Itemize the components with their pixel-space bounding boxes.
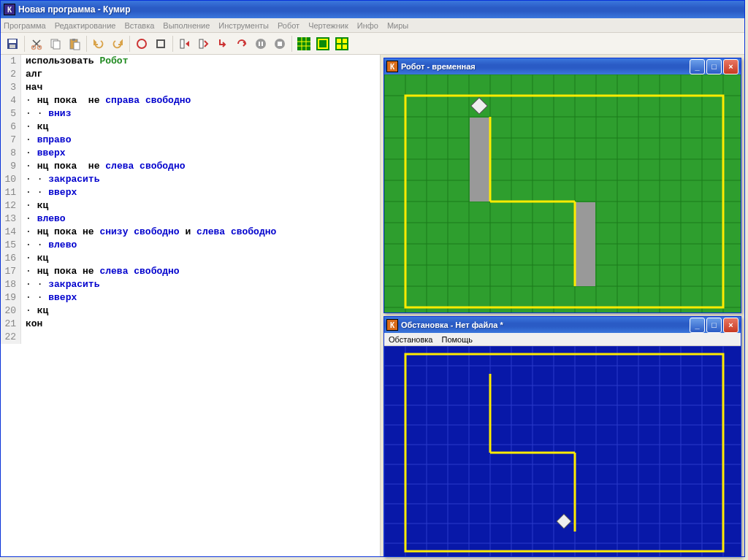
grid-green-2[interactable] — [314, 35, 332, 53]
line-content[interactable]: · · закрасить — [21, 278, 99, 291]
robot-field[interactable] — [384, 74, 741, 312]
line-content[interactable]: · нц пока не слева свободно — [21, 160, 186, 173]
step-over-button[interactable] — [233, 35, 251, 53]
line-content[interactable]: · кц — [21, 304, 48, 318]
line-content[interactable]: · нц пока не справа свободно — [21, 94, 191, 107]
menu-item[interactable]: Обстановка — [389, 335, 432, 344]
grid-green-1[interactable] — [295, 35, 313, 53]
minimize-button[interactable]: _ — [690, 59, 705, 74]
code-line[interactable]: 19· · вверх — [1, 291, 380, 304]
line-number: 7 — [1, 134, 21, 147]
code-line[interactable]: 18· · закрасить — [1, 278, 380, 291]
redo-button[interactable] — [109, 35, 126, 53]
pause-button[interactable] — [252, 35, 270, 53]
svg-rect-9 — [74, 42, 80, 50]
stop-button[interactable] — [271, 35, 289, 53]
line-number: 4 — [1, 94, 21, 107]
cut-button[interactable] — [28, 35, 45, 53]
line-number: 20 — [1, 304, 21, 318]
undo-button[interactable] — [90, 35, 107, 53]
code-line[interactable]: 13· влево — [1, 212, 380, 226]
environment-window[interactable]: К Обстановка - Нет файла * _ □ × Обстано… — [383, 316, 741, 557]
robot-titlebar[interactable]: К Робот - временная _ □ × — [384, 58, 741, 74]
close-button[interactable]: × — [723, 59, 739, 74]
maximize-button[interactable]: □ — [706, 318, 722, 333]
line-content[interactable]: · · вниз — [21, 107, 71, 120]
line-content[interactable] — [21, 331, 26, 344]
paste-button[interactable] — [66, 35, 83, 53]
svg-rect-23 — [337, 39, 341, 43]
robot-window[interactable]: К Робот - временная _ □ × — [383, 58, 741, 313]
menu-item[interactable]: Инфо — [357, 21, 378, 30]
menu-item[interactable]: Чертежник — [308, 21, 348, 30]
menu-item[interactable]: Робот — [278, 21, 299, 30]
code-line[interactable]: 16· кц — [1, 252, 380, 265]
line-content[interactable]: · · вверх — [21, 186, 77, 199]
svg-point-10 — [137, 39, 146, 48]
line-content[interactable]: · · влево — [21, 239, 77, 252]
code-line[interactable]: 10· · закрасить — [1, 173, 380, 186]
main-titlebar[interactable]: К Новая программа - Кумир — [1, 1, 744, 18]
menu-item[interactable]: Вставка — [124, 21, 154, 30]
env-field[interactable] — [384, 346, 741, 556]
menu-item[interactable]: Выполнение — [163, 21, 210, 30]
menu-item[interactable]: Редактирование — [55, 21, 116, 30]
line-content[interactable]: алг — [21, 68, 42, 81]
line-content[interactable]: · влево — [21, 212, 66, 226]
code-line[interactable]: 9· нц пока не слева свободно — [1, 160, 380, 173]
code-line[interactable]: 6· кц — [1, 120, 380, 134]
line-content[interactable]: · · закрасить — [21, 173, 99, 186]
code-line[interactable]: 11· · вверх — [1, 186, 380, 199]
minimize-button[interactable]: _ — [690, 318, 705, 333]
step-button[interactable] — [195, 35, 213, 53]
tool-1[interactable] — [133, 35, 150, 53]
step-into-button[interactable] — [214, 35, 232, 53]
code-line[interactable]: 15· · влево — [1, 239, 380, 252]
env-titlebar[interactable]: К Обстановка - Нет файла * _ □ × — [384, 317, 741, 333]
line-content[interactable]: · нц пока не снизу свободно и слева своб… — [21, 226, 276, 239]
line-number: 19 — [1, 291, 21, 304]
menu-item[interactable]: Инструменты — [218, 21, 269, 30]
svg-rect-24 — [343, 39, 347, 43]
code-line[interactable]: 5· · вниз — [1, 107, 380, 120]
code-line[interactable]: 8· вверх — [1, 147, 380, 160]
code-editor[interactable]: 1использовать Робот2алг3нач4· нц пока не… — [1, 55, 381, 556]
maximize-button[interactable]: □ — [706, 59, 722, 74]
line-content[interactable]: · кц — [21, 199, 48, 212]
run-button[interactable] — [176, 35, 194, 53]
grid-green-3[interactable] — [333, 35, 351, 53]
menu-item[interactable]: Помощь — [441, 335, 473, 344]
code-line[interactable]: 12· кц — [1, 199, 380, 212]
copy-button[interactable] — [47, 35, 64, 53]
line-content[interactable]: кон — [21, 318, 42, 331]
code-line[interactable]: 14· нц пока не снизу свободно и слева св… — [1, 226, 380, 239]
svg-rect-13 — [199, 39, 203, 48]
menu-item[interactable]: Миры — [387, 21, 408, 30]
line-content[interactable]: · нц пока не слева свободно — [21, 265, 180, 278]
line-content[interactable]: · · вверх — [21, 291, 77, 304]
line-content[interactable]: нач — [21, 81, 42, 94]
line-content[interactable]: использовать Робот — [21, 55, 128, 68]
close-button[interactable]: × — [723, 318, 739, 333]
svg-rect-26 — [343, 45, 347, 49]
code-line[interactable]: 17· нц пока не слева свободно — [1, 265, 380, 278]
line-content[interactable]: · кц — [21, 252, 48, 265]
menu-item[interactable]: Программа — [4, 21, 46, 30]
robot-window-title: Робот - временная — [401, 62, 690, 71]
save-button[interactable] — [4, 35, 21, 53]
code-line[interactable]: 22 — [1, 331, 380, 344]
code-line[interactable]: 21кон — [1, 318, 380, 331]
line-content[interactable]: · вверх — [21, 147, 66, 160]
code-line[interactable]: 2алг — [1, 68, 380, 81]
tool-2[interactable] — [152, 35, 169, 53]
svg-rect-15 — [259, 42, 260, 46]
code-line[interactable]: 4· нц пока не справа свободно — [1, 94, 380, 107]
line-content[interactable]: · вправо — [21, 134, 71, 147]
code-line[interactable]: 20· кц — [1, 304, 380, 318]
line-content[interactable]: · кц — [21, 120, 48, 134]
code-line[interactable]: 3нач — [1, 81, 380, 94]
code-line[interactable]: 7· вправо — [1, 134, 380, 147]
code-line[interactable]: 1использовать Робот — [1, 55, 380, 68]
svg-rect-16 — [262, 42, 263, 46]
svg-rect-19 — [297, 37, 310, 50]
